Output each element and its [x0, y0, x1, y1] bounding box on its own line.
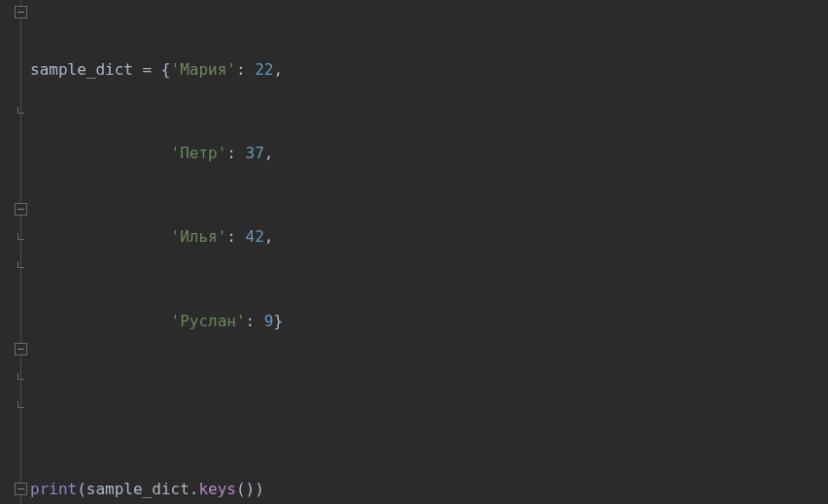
code-line[interactable]: 'Илья': 42, [30, 223, 723, 252]
variable-name: sample_dict [30, 60, 133, 79]
fold-toggle-icon[interactable] [15, 6, 27, 18]
code-line[interactable]: 'Руслан': 9} [30, 308, 723, 336]
method-keys: keys [198, 480, 236, 498]
print-call: print [30, 480, 77, 498]
fold-toggle-icon[interactable] [15, 483, 27, 495]
code-editor[interactable]: sample_dict = {'Мария': 22, 'Петр': 37, … [0, 0, 828, 504]
fold-toggle-icon[interactable] [15, 343, 27, 355]
dict-key: 'Илья' [171, 227, 227, 246]
dict-key: 'Мария' [171, 60, 236, 79]
code-line[interactable]: 'Петр': 37, [30, 140, 723, 168]
fold-end-icon [17, 233, 26, 242]
code-area[interactable]: sample_dict = {'Мария': 22, 'Петр': 37, … [24, 0, 723, 504]
fold-gutter [0, 0, 24, 504]
dict-value: 42 [246, 227, 264, 246]
dict-key: 'Руслан' [171, 312, 246, 330]
code-line[interactable]: print(sample_dict.keys()) [30, 476, 723, 504]
fold-end-icon [17, 373, 26, 382]
fold-toggle-icon[interactable] [15, 203, 27, 216]
fold-end-icon [17, 401, 26, 410]
fold-guide-line [20, 0, 21, 504]
code-line[interactable] [30, 391, 723, 420]
fold-end-icon [17, 261, 26, 270]
fold-end-icon [17, 107, 26, 116]
dict-value: 37 [246, 144, 264, 162]
code-line[interactable]: sample_dict = {'Мария': 22, [30, 56, 723, 84]
dict-key: 'Петр' [171, 144, 227, 162]
dict-value: 22 [255, 60, 273, 79]
